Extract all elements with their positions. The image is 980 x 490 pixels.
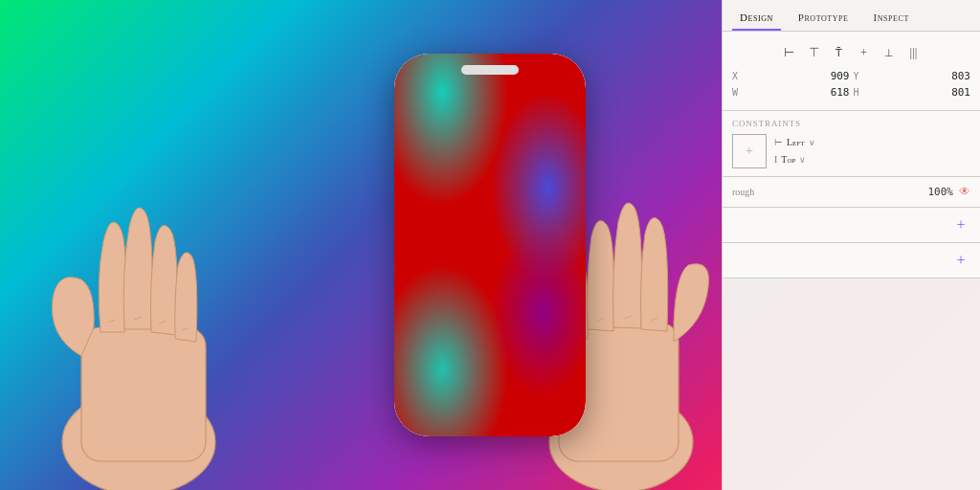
phone-screen — [394, 54, 586, 436]
constraints-body: ⊢ Left ∨ I Top ∨ — [732, 134, 970, 168]
alignment-row: ⊢ ⊤ T̄ + ⊥ ||| — [732, 39, 970, 66]
align-left-btn[interactable]: ⊢ — [780, 43, 799, 62]
x-field: X 909 — [732, 70, 850, 82]
constraints-section: CONSTRAINTS ⊢ Left ∨ I Top ∨ — [723, 111, 980, 177]
tab-design[interactable]: Design — [732, 8, 781, 31]
opacity-value[interactable]: 100% — [928, 186, 954, 198]
phone-frame — [394, 54, 586, 436]
align-top-btn[interactable]: + — [855, 43, 874, 62]
position-grid: X 909 Y 803 W 618 H 801 — [732, 66, 970, 102]
left-hand — [29, 88, 249, 490]
panel-tabs: Design Prototype Inspect — [723, 0, 980, 32]
h-field: H 801 — [854, 86, 971, 99]
alignment-section: ⊢ ⊤ T̄ + ⊥ ||| X 909 Y 803 W 618 H 80 — [723, 32, 980, 111]
opacity-label: rough — [732, 187, 923, 197]
vertical-constraint: I Top ∨ — [774, 151, 815, 168]
stroke-section: + — [723, 243, 980, 278]
tab-inspect[interactable]: Inspect — [866, 8, 917, 31]
add-stroke-button[interactable]: + — [951, 251, 970, 270]
constraint-box — [732, 134, 767, 168]
y-value[interactable]: 803 — [871, 70, 971, 82]
vertical-constraint-icon: I — [774, 151, 777, 168]
constraints-label: CONSTRAINTS — [732, 119, 970, 128]
align-bottom-btn[interactable]: ||| — [904, 43, 924, 62]
properties-panel: Design Prototype Inspect ⊢ ⊤ T̄ + ⊥ ||| … — [722, 0, 980, 490]
constraint-options: ⊢ Left ∨ I Top ∨ — [774, 134, 815, 168]
x-label: X — [732, 71, 746, 81]
w-value[interactable]: 618 — [749, 86, 850, 99]
visibility-toggle-icon[interactable]: 👁 — [959, 185, 970, 199]
align-center-v-btn[interactable]: ⊥ — [880, 43, 899, 62]
add-fill-button[interactable]: + — [951, 215, 970, 234]
y-label: Y — [854, 71, 867, 81]
horizontal-constraint-icon: ⊢ — [774, 134, 783, 151]
x-value[interactable]: 909 — [749, 70, 850, 82]
h-value[interactable]: 801 — [871, 86, 971, 99]
phone-screen-content — [394, 54, 586, 436]
horizontal-constraint-dropdown[interactable]: ∨ — [809, 135, 815, 150]
opacity-section: rough 100% 👁 — [723, 177, 980, 208]
vertical-constraint-dropdown[interactable]: ∨ — [799, 152, 806, 167]
w-field: W 618 — [732, 86, 850, 99]
w-label: W — [732, 87, 746, 98]
align-right-btn[interactable]: T̄ — [830, 43, 849, 62]
y-field: Y 803 — [854, 70, 971, 82]
vertical-constraint-label: Top — [781, 151, 795, 168]
horizontal-constraint-label: Left — [787, 134, 805, 151]
color-blob-4 — [490, 226, 586, 398]
fill-section: + — [723, 208, 980, 243]
align-center-h-btn[interactable]: ⊤ — [805, 43, 824, 62]
phone-mockup — [394, 54, 586, 436]
horizontal-constraint: ⊢ Left ∨ — [774, 134, 815, 151]
phone-notch — [461, 65, 519, 75]
h-label: H — [854, 87, 867, 98]
svg-rect-1 — [81, 327, 206, 461]
tab-prototype[interactable]: Prototype — [791, 8, 857, 31]
